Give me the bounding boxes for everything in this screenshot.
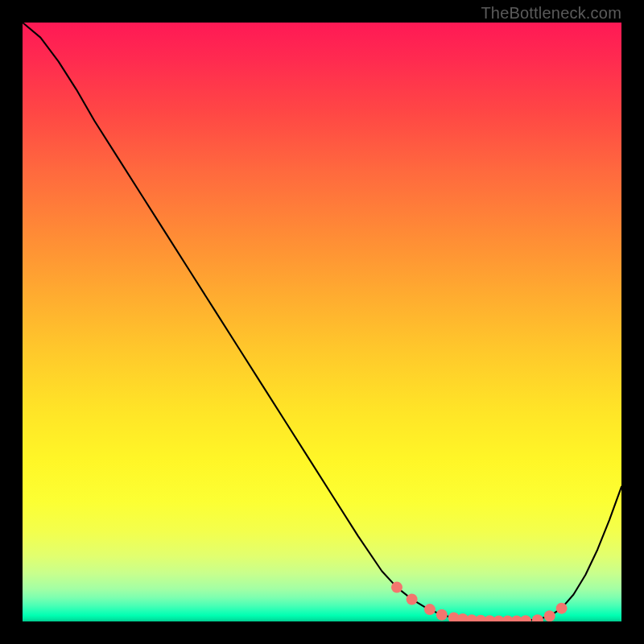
chart-svg xyxy=(23,23,621,621)
curve-marker xyxy=(424,604,436,615)
attribution-label: TheBottleneck.com xyxy=(481,4,621,23)
curve-marker xyxy=(556,603,568,614)
bottleneck-curve xyxy=(23,23,621,621)
curve-marker xyxy=(532,614,543,621)
chart-frame: TheBottleneck.com xyxy=(0,0,644,644)
curve-marker xyxy=(436,609,448,621)
plot-area xyxy=(23,23,621,621)
curve-marker xyxy=(407,593,418,605)
curve-marker xyxy=(520,615,531,621)
curve-marker xyxy=(391,582,402,593)
markers-group xyxy=(391,582,568,621)
curve-marker xyxy=(544,610,555,621)
